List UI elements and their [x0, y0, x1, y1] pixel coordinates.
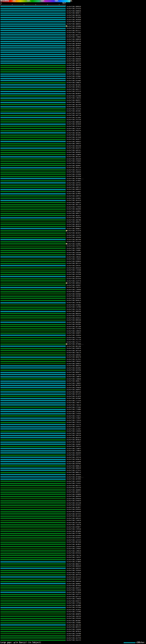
alignment-bar[interactable] — [0, 465, 66, 466]
subject-label[interactable]: UniRef100_Q5EWN6 — [67, 25, 81, 27]
alignment-bar[interactable] — [0, 361, 66, 362]
subject-label[interactable]: UniRef100_C3KW20 — [67, 598, 81, 600]
subject-label[interactable]: UniRef100_A5I0S2 — [67, 609, 81, 610]
subject-label[interactable]: UniRef100_C5K7F9 — [67, 245, 81, 247]
alignment-bar[interactable] — [0, 594, 66, 595]
alignment-bar[interactable] — [0, 232, 66, 234]
subject-label[interactable]: UniRef100_A3IYD2 — [67, 56, 81, 57]
subject-label[interactable]: UniRef100_Q3U0D1 — [67, 198, 81, 199]
alignment-bar[interactable] — [0, 583, 66, 584]
subject-label[interactable]: UniRef100_B7N4V9 — [67, 500, 81, 502]
subject-label[interactable]: UniRef100_Q5WF40 — [67, 581, 81, 582]
subject-label[interactable]: UniRef100_Q2UU12 — [67, 317, 81, 319]
alignment-bar[interactable] — [0, 41, 66, 42]
subject-label[interactable]: UniRef100_B7I394 — [67, 522, 81, 524]
alignment-bar[interactable] — [0, 182, 66, 184]
alignment-bar[interactable] — [0, 494, 66, 495]
alignment-bar[interactable] — [0, 559, 66, 560]
subject-label[interactable]: UniRef100_A6M2C2 — [67, 221, 81, 223]
subject-label[interactable]: UniRef100_A9SUL8 — [67, 167, 81, 168]
alignment-bar[interactable] — [0, 150, 66, 151]
alignment-bar[interactable] — [0, 124, 66, 125]
alignment-bar[interactable] — [0, 126, 66, 127]
alignment-bar[interactable] — [0, 637, 66, 638]
subject-label[interactable]: UniRef100_Q9HEL7 — [67, 380, 81, 382]
alignment-bar[interactable] — [0, 513, 66, 514]
alignment-bar[interactable] — [0, 239, 66, 240]
subject-label[interactable]: UniRef100_B7HI94 — [67, 552, 81, 554]
alignment-bar[interactable] — [0, 531, 66, 532]
alignment-bar[interactable] — [0, 67, 66, 68]
subject-label[interactable]: UniRef100_C34NF3 — [67, 448, 81, 449]
alignment-bar[interactable] — [0, 459, 66, 460]
alignment-bar[interactable] — [0, 332, 66, 334]
subject-label[interactable]: UniRef100_Q7V414 — [67, 126, 81, 127]
subject-label[interactable]: UniRef100_C6CW67 — [67, 444, 81, 445]
subject-label[interactable]: UniRef100_A1DC68 — [67, 252, 81, 253]
alignment-bar[interactable] — [0, 95, 66, 96]
alignment-bar[interactable] — [0, 91, 66, 92]
subject-label[interactable]: UniRef100_B7UPE3 — [67, 504, 81, 506]
alignment-bar[interactable] — [0, 52, 66, 53]
alignment-bar[interactable] — [0, 516, 66, 517]
subject-label[interactable]: UniRef100_Q7XXQ9 — [67, 174, 81, 175]
alignment-bar[interactable] — [0, 285, 66, 286]
alignment-bar[interactable] — [0, 226, 66, 227]
subject-label[interactable]: UniRef100_A7PVE2 — [67, 163, 81, 164]
subject-label[interactable]: UniRef100_B9B8L9 — [67, 465, 81, 467]
subject-label[interactable]: UniRef100_Q9SM47 — [67, 165, 81, 166]
alignment-bar[interactable] — [0, 498, 66, 499]
subject-label[interactable]: UniRef100_Q97KM5 — [67, 478, 81, 480]
subject-label[interactable]: UniRef100_Q9LZY8 — [67, 65, 81, 66]
alignment-bar[interactable] — [0, 563, 66, 564]
alignment-bar[interactable] — [0, 537, 66, 538]
alignment-bar[interactable] — [0, 409, 66, 410]
alignment-bar[interactable] — [0, 607, 66, 608]
subject-label[interactable]: UniRef100_C3LVT0 — [67, 234, 81, 236]
subject-label[interactable]: UniRef100_C7CI75 — [67, 424, 81, 425]
alignment-bar[interactable] — [0, 472, 66, 473]
alignment-bar[interactable] — [0, 74, 66, 75]
alignment-bar[interactable] — [0, 165, 66, 166]
subject-label[interactable]: UniRef100_C5Z3C9 — [67, 108, 81, 110]
alignment-bar[interactable] — [0, 158, 66, 160]
alignment-bar[interactable] — [0, 418, 66, 419]
alignment-bar[interactable] — [0, 248, 66, 249]
alignment-bar[interactable] — [0, 463, 66, 464]
subject-label[interactable]: UniRef100_A7FS99 — [67, 607, 81, 608]
subject-label[interactable]: UniRef100_A6LW17 — [67, 215, 81, 216]
alignment-bar[interactable] — [0, 624, 66, 626]
subject-label[interactable]: UniRef100_B6QCH2 — [67, 313, 81, 314]
subject-label[interactable]: UniRef100_A0ZK90 — [67, 19, 81, 20]
alignment-bar[interactable] — [0, 457, 66, 458]
alignment-bar[interactable] — [0, 344, 66, 345]
subject-label[interactable]: UniRef100_P23254 — [67, 241, 81, 242]
alignment-bar[interactable] — [0, 293, 66, 294]
subject-label[interactable]: UniRef100_B8B1L9 — [67, 472, 81, 473]
alignment-bar[interactable] — [0, 38, 66, 40]
subject-label[interactable]: UniRef100_Q75RD2 — [67, 304, 81, 306]
alignment-bar[interactable] — [0, 267, 66, 268]
subject-label[interactable]: UniRef100_C5LJ19 — [67, 339, 81, 340]
subject-label[interactable]: UniRef100_Q0AG70 — [67, 356, 81, 358]
subject-label[interactable]: UniRef100_B9GPE7 — [67, 100, 81, 101]
subject-label[interactable]: UniRef100_A3YY91 — [67, 78, 81, 79]
subject-label[interactable]: UniRef100_C2Z1V5 — [67, 539, 81, 541]
alignment-bar[interactable] — [0, 428, 66, 430]
alignment-bar[interactable] — [0, 287, 66, 288]
alignment-bar[interactable] — [0, 341, 66, 342]
alignment-bar[interactable] — [0, 296, 66, 297]
subject-label[interactable]: UniRef100_Q0TNL6 — [67, 631, 81, 632]
subject-label[interactable]: UniRef100_C3WNU8 — [67, 378, 81, 380]
alignment-bar[interactable] — [0, 56, 66, 57]
alignment-bar[interactable] — [0, 76, 66, 77]
subject-label[interactable]: UniRef100_P73392 — [67, 32, 81, 34]
alignment-bar[interactable] — [0, 252, 66, 253]
alignment-bar[interactable] — [0, 627, 66, 628]
alignment-bar[interactable] — [0, 346, 66, 347]
alignment-bar[interactable] — [0, 30, 66, 31]
alignment-bar[interactable] — [0, 58, 66, 60]
subject-label[interactable]: UniRef100_Q944P9 — [67, 67, 81, 68]
alignment-bar[interactable] — [0, 548, 66, 550]
alignment-bar[interactable] — [0, 335, 66, 336]
